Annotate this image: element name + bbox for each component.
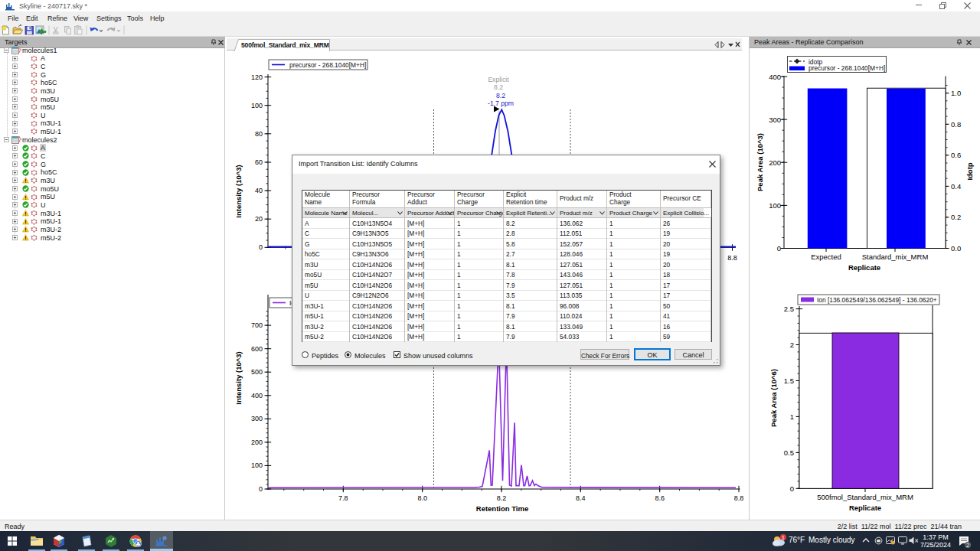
svg-text:8.2: 8.2: [497, 494, 507, 502]
svg-text:0.6: 0.6: [951, 151, 961, 159]
svg-text:600: 600: [251, 345, 263, 353]
svg-text:Explicit: Explicit: [488, 76, 509, 83]
svg-text:Replicate: Replicate: [849, 504, 881, 512]
svg-text:500fmol_Standard_mix_MRM: 500fmol_Standard_mix_MRM: [817, 493, 913, 501]
svg-text:Retention Time: Retention Time: [476, 504, 528, 513]
svg-text:700: 700: [251, 321, 263, 329]
svg-text:precursor - 268.1040[M+H]: precursor - 268.1040[M+H]: [808, 64, 885, 72]
svg-text:Replicate: Replicate: [848, 263, 880, 272]
svg-text:Standard_mix_MRM: Standard_mix_MRM: [862, 253, 929, 261]
svg-text:0: 0: [790, 484, 794, 493]
svg-text:0.0: 0.0: [951, 244, 961, 253]
svg-text:1: 1: [782, 535, 785, 540]
svg-text:Ion [136.062549/136.062549] -: Ion [136.062549/136.062549] - 136.0620+: [817, 296, 937, 304]
svg-text:2: 2: [790, 341, 794, 349]
svg-text:0.4: 0.4: [951, 182, 961, 191]
svg-text:Idotp: Idotp: [965, 162, 974, 180]
svg-text:precursor - 268.1040[M+H]: precursor - 268.1040[M+H]: [289, 61, 366, 69]
svg-text:100: 100: [251, 102, 263, 109]
svg-text:Intensity (10^3): Intensity (10^3): [234, 351, 243, 404]
svg-text:Peak Area (10^3): Peak Area (10^3): [756, 133, 764, 191]
svg-text:8.0: 8.0: [417, 494, 427, 502]
svg-text:40: 40: [255, 187, 263, 194]
svg-text:200: 200: [769, 158, 781, 167]
svg-text:400: 400: [769, 73, 781, 81]
svg-text:100: 100: [769, 201, 781, 210]
svg-text:Expected: Expected: [811, 253, 841, 261]
svg-text:20: 20: [255, 215, 263, 223]
svg-text:1.5: 1.5: [784, 377, 794, 385]
svg-text:0: 0: [259, 485, 263, 493]
svg-text:0.8: 0.8: [951, 120, 961, 129]
svg-text:0: 0: [259, 243, 263, 251]
svg-text:-1.7 ppm: -1.7 ppm: [488, 99, 514, 107]
svg-text:8.8: 8.8: [727, 254, 737, 262]
svg-text:8.6: 8.6: [655, 494, 665, 502]
svg-text:300: 300: [251, 415, 263, 422]
svg-text:0.2: 0.2: [951, 213, 961, 221]
svg-text:200: 200: [251, 439, 263, 446]
svg-text:2: 2: [966, 542, 969, 549]
svg-text:1: 1: [790, 412, 794, 421]
svg-text:8.2: 8.2: [496, 92, 505, 99]
svg-text:100: 100: [251, 461, 263, 469]
svg-text:8.4: 8.4: [576, 494, 586, 502]
svg-text:Peak Area (10^6): Peak Area (10^6): [769, 369, 778, 427]
svg-text:Intensity (10^3): Intensity (10^3): [234, 165, 243, 217]
svg-text:0.5: 0.5: [784, 448, 794, 457]
svg-text:120: 120: [251, 73, 263, 81]
svg-text:2.5: 2.5: [784, 305, 794, 313]
svg-text:400: 400: [251, 392, 263, 399]
svg-text:1.0: 1.0: [951, 89, 961, 97]
svg-text:8.2: 8.2: [494, 83, 503, 91]
svg-text:7.8: 7.8: [338, 494, 348, 502]
svg-text:80: 80: [255, 130, 263, 138]
svg-text:60: 60: [255, 158, 263, 166]
svg-text:8.8: 8.8: [734, 494, 744, 502]
svg-text:300: 300: [769, 116, 781, 124]
svg-text:0: 0: [777, 244, 781, 253]
svg-text:500: 500: [251, 368, 263, 376]
